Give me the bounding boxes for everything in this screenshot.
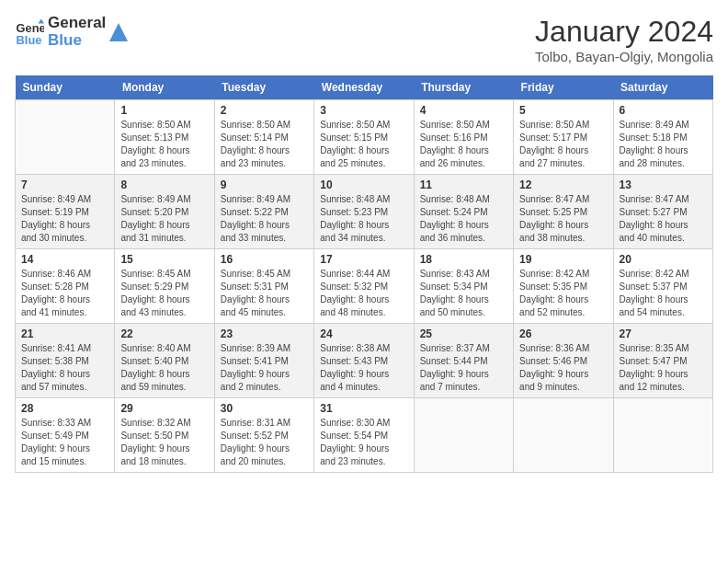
header-cell-wednesday: Wednesday — [314, 75, 414, 100]
logo-general: General — [48, 15, 106, 32]
logo-icon: General Blue — [15, 17, 44, 47]
day-info: Sunrise: 8:36 AM Sunset: 5:46 PM Dayligh… — [519, 342, 607, 394]
day-info: Sunrise: 8:49 AM Sunset: 5:20 PM Dayligh… — [120, 193, 208, 245]
day-number: 16 — [221, 253, 308, 266]
day-cell: 20Sunrise: 8:42 AM Sunset: 5:37 PM Dayli… — [613, 249, 712, 324]
calendar-header: SundayMondayTuesdayWednesdayThursdayFrid… — [16, 75, 713, 100]
day-cell: 14Sunrise: 8:46 AM Sunset: 5:28 PM Dayli… — [16, 249, 115, 324]
day-number: 24 — [320, 327, 407, 340]
header-cell-sunday: Sunday — [16, 75, 115, 100]
month-title: January 2024 — [535, 15, 713, 49]
day-number: 3 — [320, 104, 407, 117]
day-info: Sunrise: 8:42 AM Sunset: 5:37 PM Dayligh… — [620, 268, 707, 319]
header-row: SundayMondayTuesdayWednesdayThursdayFrid… — [16, 75, 713, 100]
day-number: 28 — [21, 402, 108, 415]
page-header: General Blue General Blue January 2024 T… — [15, 15, 713, 64]
day-number: 5 — [519, 104, 607, 117]
day-cell: 9Sunrise: 8:49 AM Sunset: 5:22 PM Daylig… — [214, 175, 313, 249]
day-info: Sunrise: 8:32 AM Sunset: 5:50 PM Dayligh… — [120, 417, 208, 468]
day-cell: 16Sunrise: 8:45 AM Sunset: 5:31 PM Dayli… — [214, 249, 313, 324]
day-number: 8 — [120, 178, 208, 191]
day-info: Sunrise: 8:45 AM Sunset: 5:31 PM Dayligh… — [221, 268, 308, 319]
header-cell-thursday: Thursday — [414, 75, 513, 100]
day-cell: 7Sunrise: 8:49 AM Sunset: 5:19 PM Daylig… — [16, 175, 115, 249]
day-cell: 17Sunrise: 8:44 AM Sunset: 5:32 PM Dayli… — [314, 249, 414, 324]
day-number: 13 — [620, 178, 707, 191]
day-number: 4 — [420, 104, 507, 117]
day-cell — [16, 100, 115, 175]
day-info: Sunrise: 8:39 AM Sunset: 5:41 PM Dayligh… — [221, 342, 308, 394]
day-info: Sunrise: 8:50 AM Sunset: 5:14 PM Dayligh… — [221, 119, 308, 170]
day-cell: 11Sunrise: 8:48 AM Sunset: 5:24 PM Dayli… — [414, 175, 513, 249]
day-cell: 25Sunrise: 8:37 AM Sunset: 5:44 PM Dayli… — [414, 324, 513, 398]
day-cell: 8Sunrise: 8:49 AM Sunset: 5:20 PM Daylig… — [115, 175, 214, 249]
header-cell-monday: Monday — [115, 75, 214, 100]
day-info: Sunrise: 8:31 AM Sunset: 5:52 PM Dayligh… — [221, 417, 308, 468]
week-row-3: 14Sunrise: 8:46 AM Sunset: 5:28 PM Dayli… — [16, 249, 713, 324]
day-info: Sunrise: 8:48 AM Sunset: 5:24 PM Dayligh… — [420, 193, 507, 245]
day-cell: 1Sunrise: 8:50 AM Sunset: 5:13 PM Daylig… — [115, 100, 214, 175]
day-cell: 19Sunrise: 8:42 AM Sunset: 5:35 PM Dayli… — [514, 249, 613, 324]
day-cell: 13Sunrise: 8:47 AM Sunset: 5:27 PM Dayli… — [613, 175, 712, 249]
day-number: 27 — [620, 327, 707, 340]
day-info: Sunrise: 8:49 AM Sunset: 5:22 PM Dayligh… — [221, 193, 308, 245]
svg-text:Blue: Blue — [17, 32, 42, 46]
header-cell-friday: Friday — [514, 75, 613, 100]
day-number: 6 — [620, 104, 707, 117]
svg-marker-3 — [109, 23, 128, 41]
day-info: Sunrise: 8:47 AM Sunset: 5:27 PM Dayligh… — [620, 193, 707, 245]
day-cell: 21Sunrise: 8:41 AM Sunset: 5:38 PM Dayli… — [16, 324, 115, 398]
day-cell: 3Sunrise: 8:50 AM Sunset: 5:15 PM Daylig… — [314, 100, 414, 175]
day-info: Sunrise: 8:50 AM Sunset: 5:17 PM Dayligh… — [519, 119, 607, 170]
day-cell: 24Sunrise: 8:38 AM Sunset: 5:43 PM Dayli… — [314, 324, 414, 398]
header-cell-tuesday: Tuesday — [214, 75, 313, 100]
day-number: 21 — [21, 327, 108, 340]
day-cell: 6Sunrise: 8:49 AM Sunset: 5:18 PM Daylig… — [613, 100, 712, 175]
day-info: Sunrise: 8:45 AM Sunset: 5:29 PM Dayligh… — [120, 268, 208, 319]
day-number: 12 — [519, 178, 607, 191]
day-number: 20 — [620, 253, 707, 266]
day-cell: 27Sunrise: 8:35 AM Sunset: 5:47 PM Dayli… — [613, 324, 712, 398]
day-info: Sunrise: 8:47 AM Sunset: 5:25 PM Dayligh… — [519, 193, 607, 245]
week-row-1: 1Sunrise: 8:50 AM Sunset: 5:13 PM Daylig… — [16, 100, 713, 175]
day-cell — [514, 398, 613, 473]
day-cell: 4Sunrise: 8:50 AM Sunset: 5:16 PM Daylig… — [414, 100, 513, 175]
day-info: Sunrise: 8:38 AM Sunset: 5:43 PM Dayligh… — [320, 342, 407, 394]
day-info: Sunrise: 8:43 AM Sunset: 5:34 PM Dayligh… — [420, 268, 507, 319]
day-cell — [414, 398, 513, 473]
day-info: Sunrise: 8:49 AM Sunset: 5:19 PM Dayligh… — [21, 193, 108, 245]
day-number: 10 — [320, 178, 407, 191]
day-cell: 22Sunrise: 8:40 AM Sunset: 5:40 PM Dayli… — [115, 324, 214, 398]
day-number: 15 — [120, 253, 208, 266]
day-info: Sunrise: 8:33 AM Sunset: 5:49 PM Dayligh… — [21, 417, 108, 468]
day-number: 11 — [420, 178, 507, 191]
day-cell: 12Sunrise: 8:47 AM Sunset: 5:25 PM Dayli… — [514, 175, 613, 249]
day-cell — [613, 398, 712, 473]
day-number: 18 — [420, 253, 507, 266]
day-info: Sunrise: 8:41 AM Sunset: 5:38 PM Dayligh… — [21, 342, 108, 394]
day-info: Sunrise: 8:46 AM Sunset: 5:28 PM Dayligh… — [21, 268, 108, 319]
week-row-5: 28Sunrise: 8:33 AM Sunset: 5:49 PM Dayli… — [16, 398, 713, 473]
day-number: 31 — [320, 402, 407, 415]
day-info: Sunrise: 8:42 AM Sunset: 5:35 PM Dayligh… — [519, 268, 607, 319]
calendar-table: SundayMondayTuesdayWednesdayThursdayFrid… — [15, 75, 713, 473]
day-cell: 15Sunrise: 8:45 AM Sunset: 5:29 PM Dayli… — [115, 249, 214, 324]
day-info: Sunrise: 8:50 AM Sunset: 5:16 PM Dayligh… — [420, 119, 507, 170]
day-info: Sunrise: 8:37 AM Sunset: 5:44 PM Dayligh… — [420, 342, 507, 394]
logo: General Blue General Blue — [15, 15, 128, 49]
day-cell: 23Sunrise: 8:39 AM Sunset: 5:41 PM Dayli… — [214, 324, 313, 398]
day-cell: 26Sunrise: 8:36 AM Sunset: 5:46 PM Dayli… — [514, 324, 613, 398]
logo-blue: Blue — [48, 32, 106, 50]
day-info: Sunrise: 8:30 AM Sunset: 5:54 PM Dayligh… — [320, 417, 407, 468]
logo-triangle-icon — [109, 23, 128, 41]
day-number: 25 — [420, 327, 507, 340]
day-info: Sunrise: 8:50 AM Sunset: 5:15 PM Dayligh… — [320, 119, 407, 170]
day-number: 23 — [221, 327, 308, 340]
day-number: 29 — [120, 402, 208, 415]
day-number: 17 — [320, 253, 407, 266]
day-number: 7 — [21, 178, 108, 191]
week-row-2: 7Sunrise: 8:49 AM Sunset: 5:19 PM Daylig… — [16, 175, 713, 249]
day-cell: 31Sunrise: 8:30 AM Sunset: 5:54 PM Dayli… — [314, 398, 414, 473]
day-info: Sunrise: 8:49 AM Sunset: 5:18 PM Dayligh… — [620, 119, 707, 170]
day-number: 19 — [519, 253, 607, 266]
